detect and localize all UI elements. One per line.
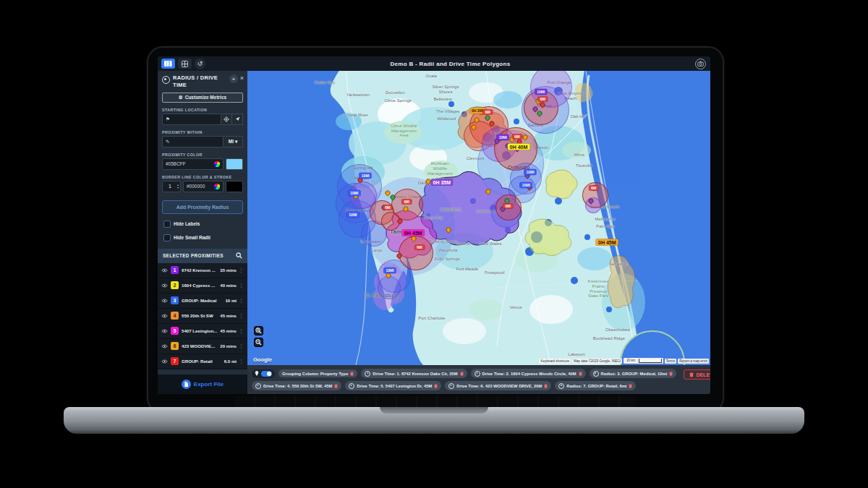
- visibility-eye-icon[interactable]: [161, 268, 168, 273]
- visibility-eye-icon[interactable]: [161, 344, 168, 348]
- visibility-eye-icon[interactable]: [161, 329, 168, 333]
- proximity-chip[interactable]: Radius: 7. GROUP: Retail, 6mi: [555, 381, 636, 390]
- color-wheel-icon[interactable]: [214, 161, 220, 167]
- chip-label: Radius: 7. GROUP: Retail, 6mi: [566, 384, 626, 388]
- proximity-color-input[interactable]: #05BCFF: [162, 158, 224, 170]
- map-canvas[interactable]: Cedar KeyYankeetownDunnellonCitrus Sprin…: [247, 71, 710, 365]
- scale-bar: [639, 359, 662, 363]
- city-label: Oak Hill: [570, 114, 585, 119]
- row-menu-icon[interactable]: ⋮: [239, 359, 244, 364]
- customize-metrics-label: Customize Metrics: [185, 95, 226, 100]
- customize-metrics-button[interactable]: ⚙ Customize Metrics: [162, 93, 243, 103]
- visibility-eye-icon[interactable]: [161, 359, 168, 364]
- table-view-button[interactable]: [178, 59, 192, 69]
- proximity-map-label: 6MI: [401, 199, 412, 204]
- proximity-map-label: 0H 45M: [596, 239, 618, 245]
- trash-icon[interactable]: [350, 372, 354, 376]
- proximity-chip[interactable]: Radius: 3. GROUP: Medical, 10mi: [590, 369, 677, 378]
- add-panel-button[interactable]: +: [229, 74, 238, 83]
- delete-all-button[interactable]: DELETE: [684, 369, 710, 380]
- row-menu-icon[interactable]: ⋮: [239, 343, 244, 349]
- top-bar: ↺ Demo B - Radii and Drive Time Polygons: [158, 56, 710, 71]
- starting-location-input[interactable]: ⚑: [162, 114, 221, 125]
- keyboard-shortcuts-link[interactable]: Keyboard shortcuts: [539, 359, 571, 364]
- proximity-row[interactable]: 1 6742 Krenson ... 35 mins ⋮: [158, 263, 247, 278]
- visibility-eye-icon[interactable]: [161, 283, 168, 288]
- stepper-arrows-icon[interactable]: ▴▾: [177, 184, 180, 189]
- terms-link[interactable]: Terms: [665, 359, 677, 364]
- proximity-chip[interactable]: Drive Time: 5. 5407 Lexington Dr, 45M: [345, 381, 441, 390]
- add-proximity-radius-button[interactable]: Add Proximity Radius: [162, 200, 243, 214]
- row-menu-icon[interactable]: ⋮: [239, 298, 244, 304]
- trash-icon[interactable]: [334, 384, 338, 388]
- trash-icon[interactable]: [579, 372, 582, 376]
- unit-dropdown[interactable]: MI ▾: [224, 136, 243, 147]
- starting-location-row: ⚑: [162, 114, 243, 125]
- row-menu-icon[interactable]: ⋮: [239, 328, 244, 334]
- city-label: Wildwood: [437, 116, 456, 121]
- hide-small-radii-checkbox-row[interactable]: Hide Small Radii: [163, 234, 242, 241]
- city-label: Fort Meade: [456, 267, 479, 272]
- city-label: Yankeetown: [346, 93, 370, 98]
- proximity-row[interactable]: 6 423 WOODVIE... 20 mins ⋮: [158, 339, 247, 354]
- proximity-row[interactable]: 7 GROUP: Retail 6.0 mi ⋮: [158, 354, 247, 369]
- proximity-number-badge: 2: [171, 281, 179, 289]
- row-menu-icon[interactable]: ⋮: [239, 313, 244, 319]
- city-label: Frostproof: [485, 270, 504, 275]
- proximity-chip[interactable]: Drive Time: 6. 423 WOODVIEW DRIVE, 20M: [445, 381, 551, 390]
- row-menu-icon[interactable]: ⋮: [239, 283, 244, 288]
- proximity-within-input[interactable]: ✎: [162, 136, 224, 147]
- proximity-number-badge: 1: [171, 266, 179, 274]
- pin-toggle-control: [252, 369, 275, 378]
- close-panel-button[interactable]: ×: [238, 74, 244, 82]
- trash-icon[interactable]: [669, 372, 673, 376]
- search-icon[interactable]: [236, 252, 242, 259]
- export-file-button[interactable]: Export File: [158, 374, 247, 394]
- trash-icon[interactable]: [434, 384, 438, 388]
- visibility-eye-icon[interactable]: [161, 314, 168, 318]
- trash-icon[interactable]: [544, 384, 548, 388]
- row-menu-icon[interactable]: ⋮: [239, 267, 244, 273]
- proximity-chip[interactable]: Drive Time: 1. 6742 Krenson Oaks Cir, 35…: [361, 369, 467, 378]
- checkbox[interactable]: [163, 234, 171, 241]
- checkbox[interactable]: [163, 221, 171, 228]
- proximity-row[interactable]: 4 550 20th St SW 45 mins ⋮: [158, 309, 247, 324]
- pin-icon: [255, 371, 259, 376]
- flag-icon: ⚑: [166, 116, 170, 122]
- visibility-eye-icon[interactable]: [161, 299, 168, 303]
- screenshot-button[interactable]: [695, 59, 706, 69]
- locate-button[interactable]: [221, 114, 232, 125]
- city-label: Dunnellon: [386, 90, 405, 95]
- export-file-label: Export File: [194, 381, 224, 388]
- proximity-row[interactable]: 3 GROUP: Medical 10 mi ⋮: [158, 294, 247, 309]
- color-wheel-icon[interactable]: [214, 184, 220, 189]
- navigate-button[interactable]: [232, 114, 243, 125]
- chips-row-1: Grouping Column: Property Type Drive Tim…: [252, 369, 706, 378]
- proximity-chip[interactable]: Drive Time: 4. 550 20th St SW, 45M: [252, 381, 341, 390]
- border-color-swatch[interactable]: [226, 181, 243, 192]
- hide-small-radii-label: Hide Small Radii: [174, 235, 210, 240]
- city-label: The Villages: [436, 109, 460, 114]
- chip-label: Drive Time: 1. 6742 Krenson Oaks Cir, 35…: [373, 372, 457, 376]
- trash-icon[interactable]: [460, 372, 464, 376]
- proximity-label: 5407 Lexington...: [182, 328, 218, 333]
- zoom-in-button[interactable]: [254, 326, 263, 335]
- trash-icon[interactable]: [629, 384, 632, 388]
- map-view-button[interactable]: [161, 59, 175, 69]
- proximity-map-label: 6MI: [482, 109, 493, 114]
- google-logo[interactable]: Google: [253, 356, 272, 363]
- proximity-color-swatch[interactable]: [226, 158, 243, 170]
- city-label: Ocala: [425, 74, 437, 79]
- labels-toggle[interactable]: [261, 371, 272, 377]
- proximity-chip[interactable]: Drive Time: 2. 1604 Cypress Woods Circle…: [471, 369, 586, 378]
- proximity-row[interactable]: 2 1604 Cypress ... 40 mins ⋮: [158, 278, 247, 294]
- report-error-link[interactable]: Report a map error: [678, 359, 709, 364]
- zoom-out-button[interactable]: [254, 338, 263, 347]
- reset-button[interactable]: ↺: [195, 59, 205, 69]
- border-color-input[interactable]: #000000: [183, 181, 224, 192]
- starting-location-label: STARTING LOCATION: [162, 108, 243, 112]
- hide-labels-checkbox-row[interactable]: Hide Labels: [163, 221, 242, 228]
- proximity-row[interactable]: 5 5407 Lexington... 45 mins ⋮: [158, 324, 247, 339]
- stroke-width-stepper[interactable]: 1 ▴▾: [162, 181, 181, 192]
- proximity-chip[interactable]: Grouping Column: Property Type: [278, 369, 357, 377]
